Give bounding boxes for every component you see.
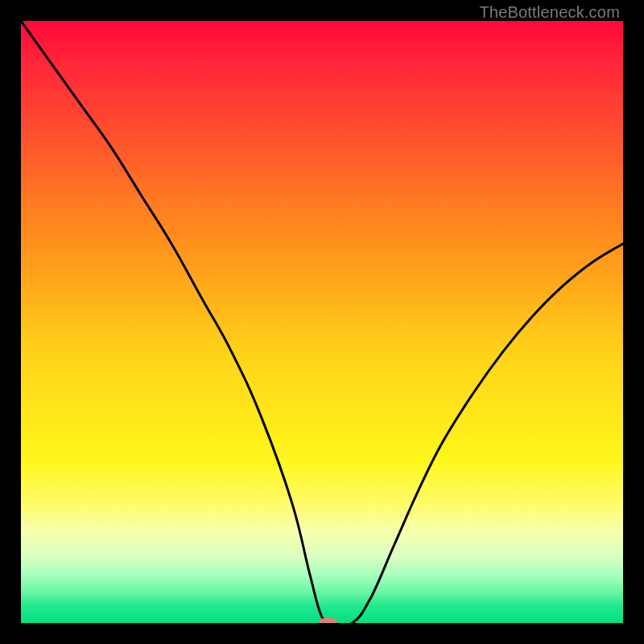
plot-area <box>21 21 623 623</box>
curve-svg <box>21 21 623 623</box>
bottleneck-curve <box>21 21 623 623</box>
attribution-label: TheBottleneck.com <box>479 3 620 22</box>
optimal-marker <box>319 618 338 623</box>
bottleneck-chart: TheBottleneck.com <box>0 0 644 644</box>
